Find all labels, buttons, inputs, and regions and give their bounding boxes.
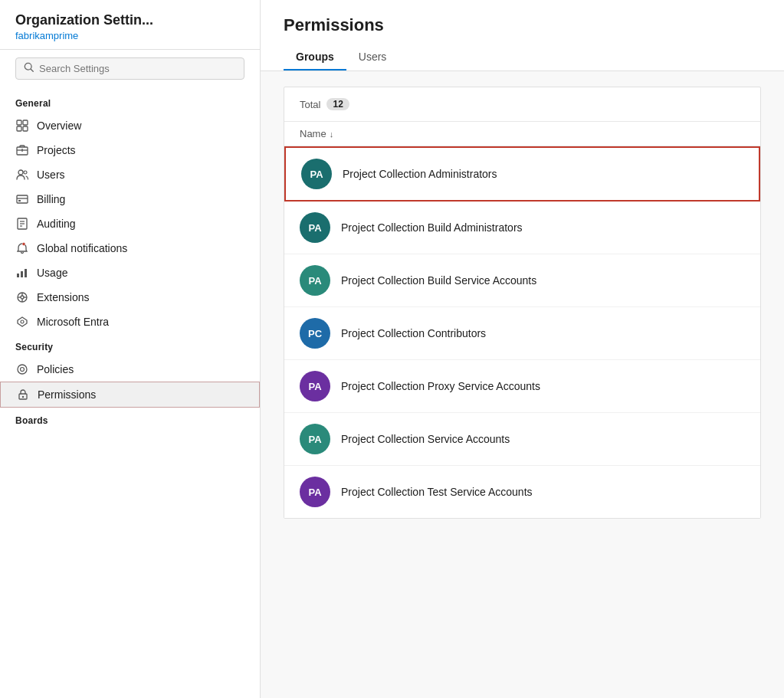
- policies-icon: [15, 362, 29, 376]
- sidebar-item-label: Projects: [37, 144, 76, 156]
- sidebar-item-global-notifications[interactable]: Global notifications: [0, 236, 260, 261]
- total-badge: 12: [326, 98, 349, 110]
- svg-rect-3: [23, 120, 28, 125]
- svg-point-29: [18, 365, 27, 374]
- main-content: Permissions Groups Users Total 12 Name ↓…: [261, 0, 784, 698]
- total-row: Total 12: [284, 87, 760, 122]
- sidebar-header: Organization Settin... fabrikamprime: [0, 0, 260, 50]
- sidebar-item-label: Auditing: [37, 218, 76, 230]
- group-avatar: PA: [300, 424, 330, 454]
- sidebar-item-permissions[interactable]: Permissions: [0, 382, 260, 408]
- search-input[interactable]: [39, 63, 236, 74]
- svg-rect-11: [17, 195, 28, 203]
- name-label: Name: [300, 128, 326, 139]
- svg-point-18: [22, 243, 25, 246]
- sidebar-item-label: Users: [37, 169, 65, 181]
- sidebar-item-usage[interactable]: Usage: [0, 261, 260, 285]
- org-subtitle: fabrikamprime: [15, 30, 244, 41]
- group-row[interactable]: PAProject Collection Build Administrator…: [284, 202, 760, 254]
- group-avatar: PA: [300, 371, 330, 401]
- svg-line-1: [31, 69, 33, 71]
- sidebar-item-label: Billing: [37, 193, 65, 205]
- groups-list: PAProject Collection AdministratorsPAPro…: [284, 146, 760, 518]
- sort-arrow-icon: ↓: [330, 129, 334, 139]
- svg-rect-21: [25, 269, 27, 277]
- billing-icon: [15, 192, 29, 206]
- permissions-icon: [16, 388, 30, 401]
- groups-card: Total 12 Name ↓ PAProject Collection Adm…: [284, 87, 761, 519]
- total-label: Total: [300, 99, 320, 110]
- group-name: Project Collection Test Service Accounts: [341, 486, 533, 498]
- sidebar-item-label: Global notifications: [37, 242, 127, 254]
- grid-icon: [15, 119, 29, 133]
- svg-rect-19: [17, 274, 19, 277]
- tabs-bar: Groups Users: [284, 44, 761, 70]
- tab-groups[interactable]: Groups: [284, 44, 346, 70]
- sidebar-item-microsoft-entra[interactable]: Microsoft Entra: [0, 310, 260, 334]
- group-avatar: PA: [300, 477, 330, 507]
- svg-point-32: [22, 396, 24, 398]
- group-row[interactable]: PAProject Collection Test Service Accoun…: [284, 466, 760, 518]
- auditing-icon: [15, 217, 29, 231]
- svg-rect-13: [18, 200, 21, 202]
- users-icon: [15, 168, 29, 182]
- group-row[interactable]: PAProject Collection Service Accounts: [284, 413, 760, 466]
- group-avatar: PA: [300, 212, 330, 243]
- sidebar-item-policies[interactable]: Policies: [0, 357, 260, 382]
- svg-point-30: [21, 368, 25, 372]
- extensions-icon: [15, 290, 29, 304]
- svg-rect-20: [21, 271, 23, 277]
- sidebar-item-label: Microsoft Entra: [37, 316, 109, 328]
- group-name: Project Collection Build Service Account…: [341, 274, 536, 287]
- sidebar-item-auditing[interactable]: Auditing: [0, 211, 260, 236]
- group-row[interactable]: PAProject Collection Proxy Service Accou…: [284, 360, 760, 413]
- sidebar-item-label: Permissions: [38, 388, 96, 401]
- group-name: Project Collection Build Administrators: [341, 221, 523, 234]
- sidebar-item-label: Overview: [37, 120, 81, 132]
- svg-point-10: [24, 171, 27, 174]
- sidebar-item-label: Usage: [37, 267, 67, 279]
- main-header: Permissions Groups Users: [261, 0, 784, 71]
- group-row[interactable]: PCProject Collection Contributors: [284, 307, 760, 360]
- sidebar-item-label: Policies: [37, 363, 74, 375]
- svg-rect-4: [17, 126, 21, 131]
- svg-point-23: [21, 296, 24, 299]
- search-box[interactable]: [15, 57, 244, 80]
- sidebar: Organization Settin... fabrikamprime Gen…: [0, 0, 261, 698]
- usage-icon: [15, 266, 29, 280]
- sidebar-item-label: Extensions: [37, 291, 89, 303]
- group-name: Project Collection Service Accounts: [341, 433, 510, 445]
- svg-point-9: [18, 170, 23, 175]
- page-title: Permissions: [284, 15, 761, 35]
- group-row[interactable]: PAProject Collection Build Service Accou…: [284, 254, 760, 307]
- sidebar-item-billing[interactable]: Billing: [0, 187, 260, 211]
- group-avatar: PC: [300, 318, 330, 349]
- section-label-general: General: [0, 90, 260, 113]
- svg-rect-5: [23, 126, 28, 131]
- group-avatar: PA: [301, 159, 332, 189]
- name-column-header: Name ↓: [284, 122, 760, 146]
- sidebar-item-extensions[interactable]: Extensions: [0, 285, 260, 310]
- group-row[interactable]: PAProject Collection Administrators: [284, 146, 760, 202]
- entra-icon: [15, 315, 29, 329]
- search-icon: [24, 62, 34, 75]
- sidebar-item-overview[interactable]: Overview: [0, 113, 260, 138]
- group-name: Project Collection Proxy Service Account…: [341, 380, 540, 392]
- tab-users[interactable]: Users: [346, 44, 399, 70]
- group-name: Project Collection Contributors: [341, 327, 486, 339]
- section-label-boards: Boards: [0, 408, 260, 431]
- projects-icon: [15, 143, 29, 157]
- bell-icon: [15, 241, 29, 255]
- group-name: Project Collection Administrators: [343, 168, 497, 180]
- svg-rect-2: [17, 120, 21, 125]
- sidebar-item-projects[interactable]: Projects: [0, 138, 260, 162]
- sidebar-item-users[interactable]: Users: [0, 162, 260, 187]
- group-avatar: PA: [300, 265, 330, 296]
- main-body: Total 12 Name ↓ PAProject Collection Adm…: [261, 71, 784, 534]
- section-label-security: Security: [0, 334, 260, 357]
- svg-point-28: [21, 320, 24, 323]
- org-title: Organization Settin...: [15, 12, 244, 28]
